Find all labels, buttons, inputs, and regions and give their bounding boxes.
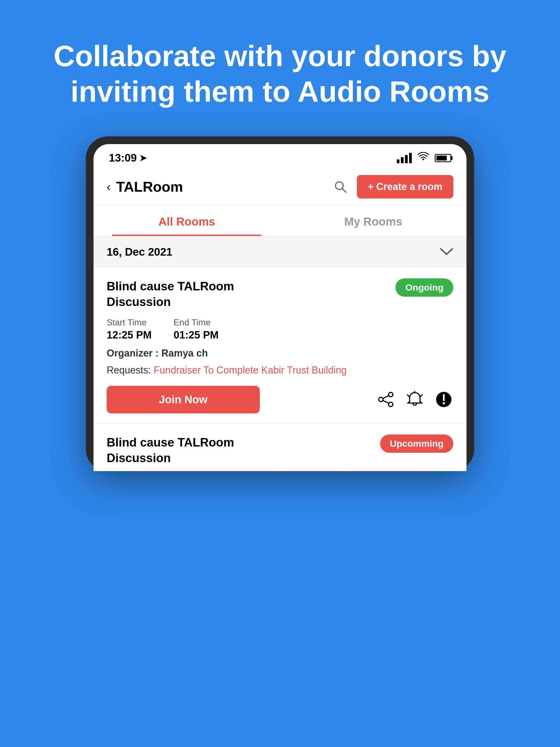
requests-row: Requests: Fundraiser To Complete Kabir T…	[107, 364, 453, 376]
end-time-block: End Time 01:25 PM	[174, 317, 219, 341]
search-button[interactable]	[332, 179, 349, 195]
app-title: TALRoom	[116, 179, 332, 195]
requests-link[interactable]: Fundraiser To Complete Kabir Trust Build…	[154, 364, 347, 376]
organizer-row: Organizer : Ramya ch	[107, 347, 453, 359]
share-button[interactable]	[376, 390, 396, 409]
requests-label: Requests:	[107, 364, 154, 376]
tab-my-rooms[interactable]: My Rooms	[280, 205, 466, 236]
start-time-block: Start Time 12:25 PM	[107, 317, 152, 341]
wifi-icon	[417, 152, 429, 164]
status-time: 13:09 ➤	[109, 152, 147, 164]
status-badge-ongoing: Ongoing	[396, 278, 453, 297]
alert-button[interactable]	[434, 390, 453, 409]
phone-mockup: 13:09 ➤	[86, 136, 474, 471]
location-icon: ➤	[139, 153, 147, 163]
room-title-1: Blind cause TALRoom Discussion	[107, 278, 298, 310]
chevron-down-icon	[440, 245, 453, 259]
create-room-button[interactable]: + Create a room	[357, 175, 453, 199]
start-time-value: 12:25 PM	[107, 329, 152, 341]
organizer-label: Organizer :	[107, 347, 161, 359]
status-icons	[397, 152, 451, 164]
status-badge-upcoming: Upcomming	[380, 435, 453, 453]
action-icons	[376, 390, 453, 409]
date-text: 16, Dec 2021	[107, 246, 172, 258]
room-title-2: Blind cause TALRoom Discussion	[107, 435, 298, 466]
svg-point-1	[388, 392, 393, 397]
time-row: Start Time 12:25 PM End Time 01:25 PM	[107, 317, 453, 341]
end-time-label: End Time	[174, 317, 219, 328]
date-header[interactable]: 16, Dec 2021	[94, 236, 466, 267]
organizer-name: Ramya ch	[161, 347, 208, 359]
card-actions: Join Now	[107, 386, 453, 413]
join-now-button[interactable]: Join Now	[107, 386, 260, 413]
end-time-value: 01:25 PM	[174, 329, 219, 341]
svg-point-2	[379, 397, 383, 402]
hero-text: Collaborate with your donors by inviting…	[20, 0, 540, 136]
app-header: ‹ TALRoom + Create a room	[94, 169, 466, 205]
svg-point-5	[443, 402, 445, 404]
room-card-1: Blind cause TALRoom Discussion Ongoing S…	[94, 267, 466, 423]
room-card-2: Blind cause TALRoom Discussion Upcomming	[94, 423, 466, 471]
back-button[interactable]: ‹	[107, 180, 111, 194]
signal-icon	[397, 153, 412, 163]
svg-point-3	[388, 402, 393, 407]
start-time-label: Start Time	[107, 317, 152, 328]
phone-screen: 13:09 ➤	[94, 144, 466, 471]
notification-button[interactable]	[405, 390, 424, 409]
status-bar: 13:09 ➤	[94, 144, 466, 169]
battery-icon	[435, 154, 451, 162]
tabs: All Rooms My Rooms	[94, 205, 466, 236]
tab-all-rooms[interactable]: All Rooms	[94, 205, 280, 236]
